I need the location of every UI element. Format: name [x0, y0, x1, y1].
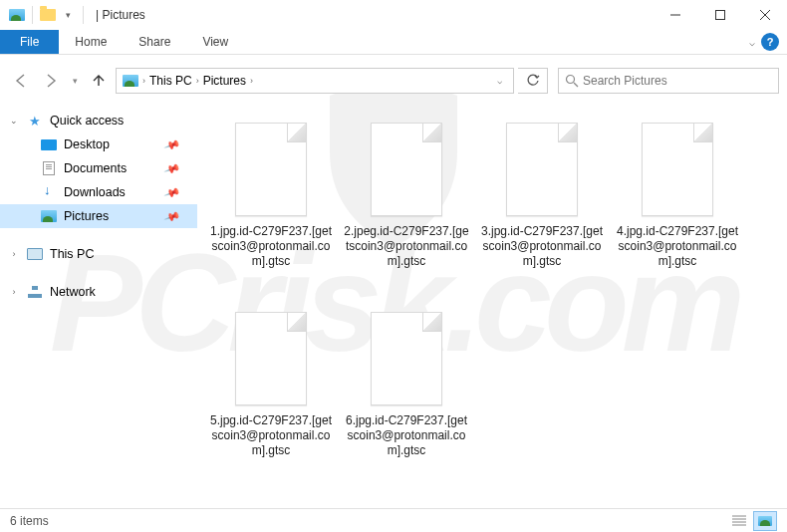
file-name: 3.jpg.id-C279F237.[getscoin3@protonmail.…: [478, 224, 606, 269]
refresh-button[interactable]: [518, 68, 548, 94]
forward-button[interactable]: [38, 68, 64, 94]
nav-label: Quick access: [50, 114, 124, 128]
nav-label: Documents: [64, 161, 127, 175]
status-bar: 6 items: [0, 508, 787, 532]
file-item[interactable]: 6.jpg.id-C279F237.[getscoin3@protonmail.…: [339, 302, 474, 491]
search-box[interactable]: [558, 68, 779, 94]
chevron-down-icon[interactable]: ⌄: [8, 116, 20, 126]
search-input[interactable]: [583, 74, 772, 88]
view-details-button[interactable]: [727, 511, 751, 531]
file-name: 6.jpg.id-C279F237.[getscoin3@protonmail.…: [343, 413, 470, 458]
chevron-right-icon[interactable]: ›: [8, 249, 20, 259]
file-icon: [371, 312, 442, 405]
file-name: 2.jpeg.id-C279F237.[getscoin3@protonmail…: [343, 224, 470, 269]
file-item[interactable]: 3.jpg.id-C279F237.[getscoin3@protonmail.…: [474, 113, 610, 302]
nav-label: Pictures: [64, 209, 109, 223]
pin-icon: 📌: [163, 183, 181, 201]
svg-point-5: [567, 76, 575, 84]
nav-item-this-pc[interactable]: › This PC: [0, 242, 197, 266]
address-bar[interactable]: › This PC › Pictures › ⌵: [116, 68, 514, 94]
window-title: | Pictures: [96, 8, 145, 22]
minimize-icon: [670, 10, 680, 20]
file-name: 4.jpg.id-C279F237.[getscoin3@protonmail.…: [614, 224, 741, 269]
download-icon: [40, 184, 58, 200]
svg-line-6: [574, 83, 578, 87]
qat-dropdown-icon[interactable]: ▾: [59, 7, 77, 23]
maximize-icon: [715, 10, 725, 20]
view-large-icons-button[interactable]: [753, 511, 777, 531]
file-icon: [235, 312, 307, 405]
nav-label: This PC: [50, 247, 94, 261]
app-icon: [8, 7, 26, 23]
document-icon: [40, 160, 58, 176]
pictures-icon: [40, 208, 58, 224]
breadcrumb-this-pc[interactable]: This PC: [145, 74, 196, 88]
nav-quick-access[interactable]: ⌄ ★ Quick access: [0, 109, 197, 133]
search-icon: [565, 74, 579, 88]
file-item[interactable]: 1.jpg.id-C279F237.[getscoin3@protonmail.…: [203, 113, 339, 302]
arrow-up-icon: [91, 73, 107, 89]
breadcrumb-pictures[interactable]: Pictures: [199, 74, 250, 88]
nav-item-desktop[interactable]: Desktop 📌: [0, 133, 197, 156]
file-pane[interactable]: 1.jpg.id-C279F237.[getscoin3@protonmail.…: [197, 103, 787, 508]
file-name: 1.jpg.id-C279F237.[getscoin3@protonmail.…: [207, 224, 335, 269]
desktop-icon: [40, 136, 58, 152]
status-item-count: 6 items: [10, 514, 49, 528]
qat-folder-icon[interactable]: [39, 7, 57, 23]
help-icon[interactable]: ?: [761, 33, 779, 51]
star-icon: ★: [26, 113, 44, 129]
up-button[interactable]: [86, 68, 112, 94]
arrow-left-icon: [13, 73, 29, 89]
svg-rect-2: [715, 11, 724, 20]
maximize-button[interactable]: [697, 0, 742, 30]
nav-label: Downloads: [64, 185, 126, 199]
file-tab[interactable]: File: [0, 30, 59, 54]
file-item[interactable]: 2.jpeg.id-C279F237.[getscoin3@protonmail…: [339, 113, 474, 302]
refresh-icon: [526, 74, 540, 88]
tab-view[interactable]: View: [186, 30, 244, 54]
nav-item-network[interactable]: › Network: [0, 280, 197, 304]
network-icon: [26, 284, 44, 300]
details-view-icon: [732, 515, 746, 527]
close-button[interactable]: [742, 0, 787, 30]
breadcrumb-root-icon[interactable]: [119, 75, 142, 87]
nav-item-downloads[interactable]: Downloads 📌: [0, 180, 197, 204]
pin-icon: 📌: [163, 207, 181, 225]
nav-item-documents[interactable]: Documents 📌: [0, 156, 197, 180]
chevron-right-icon[interactable]: ›: [250, 76, 253, 86]
large-icons-view-icon: [758, 516, 772, 526]
qat-separator: [32, 6, 33, 24]
arrow-right-icon: [43, 73, 59, 89]
nav-label: Network: [50, 285, 96, 299]
titlebar: ▾ | Pictures: [0, 0, 787, 30]
file-icon: [506, 123, 578, 216]
chevron-right-icon[interactable]: ›: [8, 287, 20, 297]
tab-share[interactable]: Share: [123, 30, 186, 54]
file-name: 5.jpg.id-C279F237.[getscoin3@protonmail.…: [207, 413, 335, 458]
file-item[interactable]: 5.jpg.id-C279F237.[getscoin3@protonmail.…: [203, 302, 339, 491]
pin-icon: 📌: [163, 135, 181, 153]
recent-locations-button[interactable]: ▾: [68, 68, 82, 94]
file-item[interactable]: 4.jpg.id-C279F237.[getscoin3@protonmail.…: [610, 113, 745, 302]
address-row: ▾ › This PC › Pictures › ⌵: [8, 63, 779, 99]
nav-item-pictures[interactable]: Pictures 📌: [0, 204, 197, 228]
this-pc-icon: [26, 246, 44, 262]
nav-label: Desktop: [64, 137, 110, 151]
tab-home[interactable]: Home: [59, 30, 123, 54]
pin-icon: 📌: [163, 159, 181, 177]
address-dropdown-button[interactable]: ⌵: [487, 69, 511, 93]
file-icon: [371, 123, 442, 216]
back-button[interactable]: [8, 68, 34, 94]
navigation-pane: ⌄ ★ Quick access Desktop 📌 Documents 📌 D…: [0, 103, 197, 508]
ribbon: File Home Share View ⌵ ?: [0, 30, 787, 55]
qat-separator-2: [83, 6, 84, 24]
file-icon: [642, 123, 713, 216]
content-area: ⌄ ★ Quick access Desktop 📌 Documents 📌 D…: [0, 103, 787, 508]
minimize-button[interactable]: [653, 0, 697, 30]
close-icon: [760, 10, 770, 20]
ribbon-expand-icon[interactable]: ⌵: [749, 37, 755, 48]
file-icon: [235, 123, 307, 216]
